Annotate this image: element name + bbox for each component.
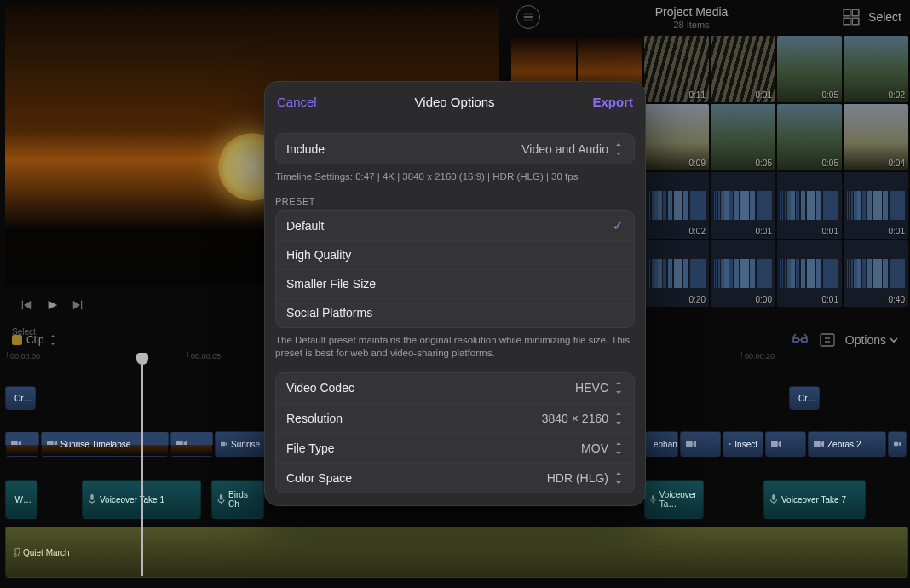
cancel-button[interactable]: Cancel: [277, 95, 317, 109]
clip-label: Zebras 2: [827, 440, 861, 449]
stepper-icon: [613, 471, 624, 485]
clip-label: Cr…: [14, 394, 32, 403]
setting-label: Resolution: [286, 412, 542, 425]
clip-label: Insect: [734, 440, 757, 449]
preset-label: Smaller File Size: [286, 277, 376, 291]
stepper-icon: [613, 441, 624, 455]
clip-label: ephant: [654, 440, 678, 449]
preset-header: PRESET: [265, 184, 645, 210]
timeline-settings-caption: Timeline Settings: 0:47 | 4K | 3840 x 21…: [265, 164, 645, 184]
clip-label: Voiceover Ta…: [659, 490, 698, 509]
setting-row[interactable]: Color SpaceHDR (HLG): [276, 463, 634, 493]
preset-option[interactable]: Social Platforms: [276, 298, 634, 327]
stepper-icon: [613, 412, 624, 425]
preset-label: Social Platforms: [286, 306, 372, 320]
include-row[interactable]: Include Video and Audio: [276, 134, 634, 164]
setting-row[interactable]: Video CodecHEVC: [276, 373, 634, 403]
playhead[interactable]: [141, 363, 143, 576]
clip-label: Sunrise: [231, 440, 260, 449]
checkmark-icon: ✓: [613, 218, 624, 233]
clip-label: Voiceover Take 7: [781, 495, 846, 504]
export-button[interactable]: Export: [592, 95, 633, 109]
preset-option[interactable]: High Quality: [276, 240, 634, 269]
setting-label: File Type: [286, 441, 581, 455]
preset-label: Default: [286, 219, 324, 233]
preset-option[interactable]: Default✓: [276, 211, 634, 240]
clip-label: Quiet March: [23, 548, 69, 557]
setting-value: HEVC: [575, 381, 608, 395]
setting-row[interactable]: Resolution3840 × 2160: [276, 403, 634, 433]
clip-label: Cr…: [798, 394, 816, 403]
setting-label: Color Space: [286, 471, 547, 485]
clip-label: Birds Ch: [228, 490, 258, 509]
setting-value: 3840 × 2160: [542, 412, 608, 425]
setting-label: Video Codec: [286, 381, 575, 395]
setting-value: MOV: [581, 441, 608, 455]
clip-label: W…: [15, 495, 32, 504]
preset-caption: The Default preset maintains the origina…: [265, 328, 645, 360]
clip-label: Voiceover Take 1: [100, 495, 164, 504]
clip-label: Sunrise Timelapse: [60, 440, 130, 449]
stepper-icon: [613, 381, 624, 395]
stepper-icon: [613, 142, 624, 156]
setting-row[interactable]: File TypeMOV: [276, 433, 634, 463]
preset-label: High Quality: [286, 248, 351, 262]
modal-title: Video Options: [317, 95, 593, 109]
preset-option[interactable]: Smaller File Size: [276, 269, 634, 298]
video-options-modal: Cancel Video Options Export Include Vide…: [264, 81, 646, 506]
include-label: Include: [286, 142, 521, 156]
include-value: Video and Audio: [521, 142, 608, 156]
setting-value: HDR (HLG): [547, 471, 608, 485]
